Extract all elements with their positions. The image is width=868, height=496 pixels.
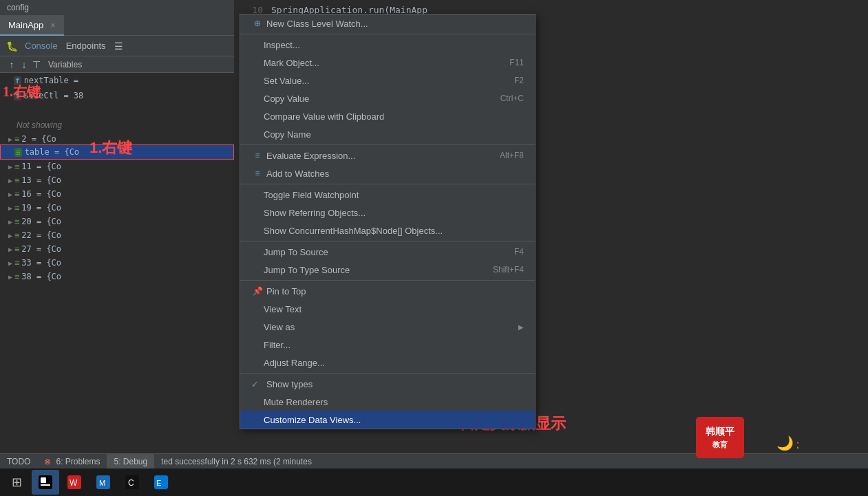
menu-sep-evaluate-expression: [240, 144, 535, 145]
logo-top: 韩顺平: [706, 426, 734, 438]
menu-label-copy-name: Copy Name: [264, 129, 311, 140]
menu-sep-jump-source: [240, 241, 535, 241]
shortcut-mark-object: F11: [509, 58, 524, 67]
menu-item-copy-value[interactable]: Copy ValueCtrl+C: [240, 89, 535, 107]
menu-icon-pin-top: 📌: [251, 286, 264, 296]
logo-badge: 韩顺平 教育: [696, 417, 744, 458]
taskbar-start[interactable]: ⊞: [3, 470, 30, 495]
shortcut-copy-value: Ctrl+C: [500, 94, 524, 103]
menu-item-evaluate-expression[interactable]: ≡Evaluate Expression...Alt+F8: [240, 147, 535, 164]
debugger-icon[interactable]: 🐛: [4, 39, 19, 54]
endpoints-tab[interactable]: Endpoints: [66, 41, 106, 51]
svg-text:C: C: [128, 478, 134, 488]
menu-label-inspect: Inspect...: [264, 40, 300, 50]
checkmark-show-types: ✓: [251, 379, 264, 389]
menu-item-copy-name[interactable]: Copy Name: [240, 125, 535, 143]
semicolon-icon: ;: [796, 439, 799, 450]
tree-item-38[interactable]: ▶≡38 = {Co: [0, 270, 234, 283]
taskbar-black[interactable]: C: [118, 470, 146, 495]
debug-location: 1.右键: [0, 83, 41, 101]
tree-item-16[interactable]: ▶≡16 = {Co: [0, 187, 234, 201]
menu-icon-new-class-watch: ⊕: [251, 19, 264, 28]
submenu-arrow-view-as: ▶: [518, 323, 524, 331]
variables-header: ↑ ↓ ⊤ Variables: [0, 56, 234, 73]
menu-icon-add-watches: ≡: [251, 169, 264, 178]
taskbar: ⊞ W M C E: [0, 468, 868, 496]
tree-item-11[interactable]: ▶≡11 = {Co: [0, 160, 234, 173]
menu-label-mute-renderers: Mute Renderers: [264, 397, 328, 407]
menu-item-mark-object[interactable]: Mark Object...F11: [240, 54, 535, 72]
menu-item-show-referring[interactable]: Show Referring Objects...: [240, 204, 535, 222]
menu-label-copy-value: Copy Value: [264, 94, 309, 104]
moon-icon-area: 🌙 ;: [776, 435, 799, 451]
menu-icon[interactable]: ☰: [112, 39, 127, 54]
annotation-1: 1.右键: [3, 83, 41, 101]
menu-label-view-text: View Text: [264, 304, 301, 314]
top-tab-bar: config: [0, 0, 234, 15]
shortcut-evaluate-expression: Alt+F8: [500, 151, 524, 160]
menu-item-view-as[interactable]: View as▶: [240, 318, 535, 336]
not-showing: Not showing: [0, 118, 234, 132]
status-debug[interactable]: 5: Debug: [107, 454, 154, 469]
menu-label-show-types: Show types: [266, 379, 313, 389]
problems-icon: ⊗: [44, 457, 51, 466]
menu-label-set-value: Set Value...: [264, 76, 309, 86]
menu-item-add-watches[interactable]: ≡Add to Watches: [240, 164, 535, 182]
menu-item-pin-top[interactable]: 📌Pin to Top: [240, 282, 535, 300]
menu-item-new-class-watch[interactable]: ⊕New Class Level Watch...: [240, 14, 535, 32]
tree-item-19[interactable]: ▶≡19 = {Co: [0, 201, 234, 215]
tree-item-27[interactable]: ▶≡27 = {Co: [0, 242, 234, 256]
menu-label-compare-clipboard: Compare Value with Clipboard: [264, 111, 384, 122]
taskbar-intellij[interactable]: [32, 470, 59, 495]
tab-config[interactable]: config: [0, 0, 36, 15]
menu-item-jump-source[interactable]: Jump To SourceF4: [240, 243, 535, 261]
logo-bottom: 教育: [712, 440, 728, 450]
variables-label: Variables: [48, 60, 82, 69]
menu-label-show-referring: Show Referring Objects...: [264, 208, 366, 218]
taskbar-blue2[interactable]: E: [147, 470, 175, 495]
console-tab[interactable]: Console: [25, 41, 58, 51]
menu-label-pin-top: Pin to Top: [266, 286, 306, 296]
tree-item-13[interactable]: ▶≡13 = {Co: [0, 173, 234, 187]
tree-item-22[interactable]: ▶≡22 = {Co: [0, 228, 234, 242]
context-menu: ⊕New Class Level Watch...Inspect...Mark …: [240, 14, 536, 429]
menu-item-set-value[interactable]: Set Value...F2: [240, 72, 535, 89]
menu-item-filter[interactable]: Filter...: [240, 336, 535, 354]
shortcut-jump-source: F4: [514, 247, 524, 257]
menu-item-view-text[interactable]: View Text: [240, 300, 535, 318]
menu-item-mute-renderers[interactable]: Mute Renderers: [240, 393, 535, 411]
menu-label-evaluate-expression: Evaluate Expression...: [266, 151, 355, 161]
tree-item-20[interactable]: ▶≡20 = {Co: [0, 215, 234, 228]
menu-sep-show-types: [240, 373, 535, 374]
tree-item-33[interactable]: ▶≡33 = {Co: [0, 256, 234, 270]
down-btn[interactable]: ↓: [18, 58, 30, 71]
up-btn[interactable]: ↑: [6, 58, 18, 71]
menu-item-toggle-field-watchpoint[interactable]: Toggle Field Watchpoint: [240, 186, 535, 204]
menu-item-compare-clipboard[interactable]: Compare Value with Clipboard: [240, 107, 535, 125]
taskbar-blue1[interactable]: M: [89, 470, 117, 495]
menu-sep-inspect: [240, 34, 535, 34]
taskbar-red[interactable]: W: [61, 470, 88, 495]
svg-text:E: E: [156, 479, 161, 487]
menu-item-adjust-range[interactable]: Adjust Range...: [240, 354, 535, 371]
menu-label-show-concurrent: Show ConcurrentHashMap$Node[] Objects...: [264, 226, 443, 236]
menu-label-filter: Filter...: [264, 340, 290, 350]
menu-item-show-concurrent[interactable]: Show ConcurrentHashMap$Node[] Objects...: [240, 222, 535, 239]
menu-item-jump-type[interactable]: Jump To Type SourceShift+F4: [240, 261, 535, 279]
menu-label-mark-object: Mark Object...: [264, 58, 319, 68]
menu-icon-evaluate-expression: ≡: [251, 151, 264, 160]
menu-item-customize-data[interactable]: Customize Data Views...: [240, 411, 535, 429]
tab-mainapp[interactable]: MainApp ×: [0, 15, 64, 36]
svg-text:M: M: [99, 479, 105, 487]
menu-item-show-types[interactable]: ✓Show types: [240, 375, 535, 393]
svg-text:W: W: [70, 478, 78, 488]
filter-btn[interactable]: ⊤: [30, 58, 43, 71]
menu-sep-pin-top: [240, 280, 535, 281]
menu-item-inspect[interactable]: Inspect...: [240, 36, 535, 54]
moon-icon: 🌙: [776, 435, 794, 451]
annotation-right-click: 1.右键: [89, 138, 132, 158]
status-todo[interactable]: TODO: [0, 454, 37, 469]
status-text: ted successfully in 2 s 632 ms (2 minute…: [154, 457, 868, 466]
status-problems[interactable]: ⊗ 6: Problems: [37, 454, 107, 469]
shortcut-jump-type: Shift+F4: [493, 265, 524, 274]
